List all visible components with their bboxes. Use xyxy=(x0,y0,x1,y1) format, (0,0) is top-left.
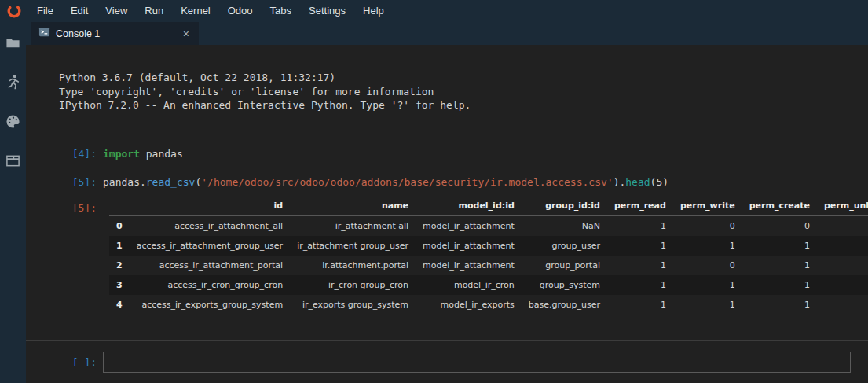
df-cell: model_ir_attachment xyxy=(416,256,522,275)
output-prompt-5: [5]: xyxy=(26,196,97,214)
code-token: (5) xyxy=(650,176,668,188)
df-row-index: 1 xyxy=(109,236,130,256)
df-cell: 1 xyxy=(673,275,742,295)
left-sidebar xyxy=(0,22,26,383)
menu-item-edit[interactable]: Edit xyxy=(62,0,97,22)
df-col-header: perm_read xyxy=(607,196,673,216)
dataframe-body: 0access_ir_attachment_allir_attachment a… xyxy=(109,215,868,315)
running-sessions-icon[interactable] xyxy=(4,72,23,91)
df-cell: 1 xyxy=(742,236,817,256)
command-palette-icon[interactable] xyxy=(4,112,23,131)
df-cell: 0 xyxy=(673,215,742,236)
tab-close-icon[interactable]: × xyxy=(181,28,192,40)
file-browser-icon[interactable] xyxy=(4,33,23,52)
table-row: 4access_ir_exports_group_systemir_export… xyxy=(109,295,868,315)
df-cell: ir.attachment.portal xyxy=(290,256,416,275)
df-cell: group_system xyxy=(522,275,607,295)
input-prompt-4: [4]: xyxy=(26,148,97,160)
df-cell: group_portal xyxy=(522,256,607,275)
df-cell: ir_attachment group_user xyxy=(290,236,416,256)
menu-item-view[interactable]: View xyxy=(97,0,136,22)
df-cell: 1 xyxy=(607,215,673,236)
output-body: idnamemodel_id:idgroup_id:idperm_readper… xyxy=(103,196,868,315)
code-line-4[interactable]: import pandas xyxy=(103,148,183,160)
code-line-5[interactable]: pandas.read_csv('/home/odoo/src/odoo/odo… xyxy=(103,176,668,188)
banner-line: Python 3.6.7 (default, Oct 22 2018, 11:3… xyxy=(59,71,868,85)
df-cell: 1 xyxy=(817,295,868,315)
df-cell: 0 xyxy=(817,256,868,275)
df-row-index: 3 xyxy=(109,275,130,295)
console-icon xyxy=(38,26,50,41)
table-row: 1access_ir_attachment_group_userir_attac… xyxy=(109,236,868,256)
df-cell: 1 xyxy=(742,275,817,295)
jupyterlab-window: FileEditViewRunKernelOdooTabsSettingsHel… xyxy=(0,0,868,383)
open-tabs-icon[interactable] xyxy=(4,151,23,170)
banner-line: IPython 7.2.0 -- An enhanced Interactive… xyxy=(59,98,868,112)
table-row: 2access_ir_attachment_portalir.attachmen… xyxy=(109,256,868,275)
df-cell: ir_cron group_cron xyxy=(290,275,416,295)
console-banner: Python 3.6.7 (default, Oct 22 2018, 11:3… xyxy=(26,71,868,112)
dataframe-head-row: idnamemodel_id:idgroup_id:idperm_readper… xyxy=(109,196,868,216)
df-col-header: perm_unlink xyxy=(817,196,868,216)
df-cell: 1 xyxy=(673,295,742,315)
df-cell: 1 xyxy=(817,275,868,295)
menu-bar-items: FileEditViewRunKernelOdooTabsSettingsHel… xyxy=(28,0,393,22)
df-col-header: id xyxy=(130,196,290,216)
df-cell: 0 xyxy=(817,215,868,236)
pending-prompt: [ ]: xyxy=(26,356,97,368)
df-row-index: 0 xyxy=(109,215,130,236)
odoo-logo-icon[interactable] xyxy=(0,3,28,19)
console-content: Python 3.6.7 (default, Oct 22 2018, 11:3… xyxy=(26,45,868,340)
table-row: 3access_ir_cron_group_cronir_cron group_… xyxy=(109,275,868,295)
tab-bar: Console 1 × xyxy=(26,22,868,45)
df-cell: 1 xyxy=(817,236,868,256)
code-cell-5: [5]: pandas.read_csv('/home/odoo/src/odo… xyxy=(26,176,868,188)
df-cell: 1 xyxy=(607,295,673,315)
menu-item-odoo[interactable]: Odoo xyxy=(219,0,262,22)
menu-item-settings[interactable]: Settings xyxy=(300,0,354,22)
main-area: Console 1 × Python 3.6.7 (default, Oct 2… xyxy=(26,22,868,383)
df-cell: 0 xyxy=(742,215,817,236)
df-col-header: model_id:id xyxy=(416,196,522,216)
banner-line: Type 'copyright', 'credits' or 'license'… xyxy=(59,85,868,99)
df-index-header xyxy=(109,196,130,216)
df-cell: 0 xyxy=(673,256,742,275)
df-row-index: 2 xyxy=(109,256,130,275)
tab-console-1[interactable]: Console 1 × xyxy=(31,22,199,45)
df-cell: access_ir_cron_group_cron xyxy=(130,275,290,295)
df-cell: model_ir_attachment xyxy=(416,236,522,256)
df-row-index: 4 xyxy=(109,295,130,315)
table-row: 0access_ir_attachment_allir_attachment a… xyxy=(109,215,868,236)
console-input[interactable] xyxy=(103,352,851,373)
df-cell: ir_attachment all xyxy=(290,215,416,236)
menu-item-tabs[interactable]: Tabs xyxy=(262,0,300,22)
df-cell: 1 xyxy=(607,256,673,275)
dataframe: idnamemodel_id:idgroup_id:idperm_readper… xyxy=(109,196,868,315)
df-cell: group_user xyxy=(522,236,607,256)
workspace-row: Console 1 × Python 3.6.7 (default, Oct 2… xyxy=(0,22,868,383)
menu-item-help[interactable]: Help xyxy=(354,0,393,22)
input-prompt-5: [5]: xyxy=(26,176,97,188)
menu-item-file[interactable]: File xyxy=(28,0,62,22)
df-cell: 1 xyxy=(742,295,817,315)
df-col-header: perm_write xyxy=(673,196,742,216)
output-cell-5: [5]: idnamemodel_id:idgroup_id:idperm_re… xyxy=(26,196,868,315)
df-cell: 1 xyxy=(742,256,817,275)
console-input-cell: [ ]: xyxy=(26,341,868,383)
df-cell: base.group_user xyxy=(522,295,607,315)
console-panel: Python 3.6.7 (default, Oct 22 2018, 11:3… xyxy=(26,45,868,383)
code-token: import xyxy=(103,148,140,160)
df-cell: access_ir_attachment_all xyxy=(130,215,290,236)
df-cell: model_ir_exports xyxy=(416,295,522,315)
df-col-header: perm_create xyxy=(742,196,817,216)
menu-item-kernel[interactable]: Kernel xyxy=(172,0,219,22)
df-cell: NaN xyxy=(522,215,607,236)
df-cell: 1 xyxy=(673,236,742,256)
df-cell: access_ir_attachment_group_user xyxy=(130,236,290,256)
menu-item-run[interactable]: Run xyxy=(136,0,172,22)
code-token: '/home/odoo/src/odoo/odoo/addons/base/se… xyxy=(201,176,613,188)
code-token: pandas. xyxy=(103,176,146,188)
df-cell: model_ir_cron xyxy=(416,275,522,295)
code-cell-4: [4]: import pandas xyxy=(26,148,868,160)
df-cell: model_ir_attachment xyxy=(416,215,522,236)
